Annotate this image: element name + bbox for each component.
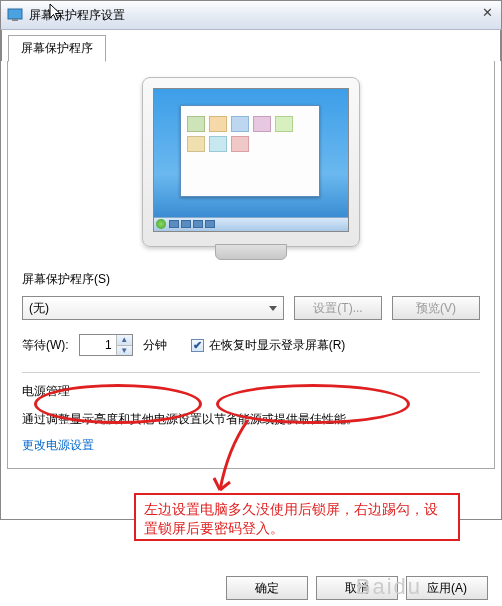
ok-button[interactable]: 确定 (226, 576, 308, 600)
tab-screensaver[interactable]: 屏幕保护程序 (8, 35, 106, 62)
preview-screen (153, 88, 349, 232)
preview-taskbar (154, 217, 348, 231)
resume-checkbox[interactable]: ✔ (191, 339, 204, 352)
titlebar: 屏幕保护程序设置 ✕ (0, 0, 502, 30)
tabstrip: 屏幕保护程序 (1, 30, 501, 61)
close-icon[interactable]: ✕ (482, 5, 493, 20)
wait-input[interactable] (80, 338, 116, 352)
monitor-preview (142, 77, 360, 247)
settings-button[interactable]: 设置(T)... (294, 296, 382, 320)
tab-panel: 屏幕保护程序(S) (无) 设置(T)... 预览(V) 等待(W): ▲▼ 分… (7, 61, 495, 469)
cancel-button[interactable]: 取消 (316, 576, 398, 600)
preview-button[interactable]: 预览(V) (392, 296, 480, 320)
svg-rect-1 (12, 19, 18, 21)
app-icon (7, 7, 23, 23)
wait-spinner[interactable]: ▲▼ (79, 334, 133, 356)
resume-label: 在恢复时显示登录屏幕(R) (209, 337, 346, 354)
power-link[interactable]: 更改电源设置 (22, 437, 94, 454)
saver-dropdown[interactable]: (无) (22, 296, 284, 320)
annotation-text: 左边设置电脑多久没使用后锁屏，右边踢勾，设置锁屏后要密码登入。 (134, 493, 460, 541)
dialog-footer: 确定 取消 应用(A) (226, 576, 488, 600)
wait-label: 等待(W): (22, 337, 69, 354)
wait-unit: 分钟 (143, 337, 167, 354)
preview-window (180, 105, 320, 197)
spinner-up-icon[interactable]: ▲ (117, 335, 132, 346)
saver-section-label: 屏幕保护程序(S) (22, 271, 480, 288)
spinner-arrows[interactable]: ▲▼ (116, 335, 132, 355)
apply-button[interactable]: 应用(A) (406, 576, 488, 600)
divider (22, 372, 480, 373)
spinner-down-icon[interactable]: ▼ (117, 346, 132, 356)
cursor-icon (49, 3, 65, 23)
svg-rect-0 (8, 9, 22, 19)
power-text: 通过调整显示亮度和其他电源设置以节省能源或提供最佳性能。 (22, 410, 480, 429)
window-title: 屏幕保护程序设置 (29, 7, 125, 24)
preview-area (22, 71, 480, 265)
power-heading: 电源管理 (22, 383, 480, 400)
